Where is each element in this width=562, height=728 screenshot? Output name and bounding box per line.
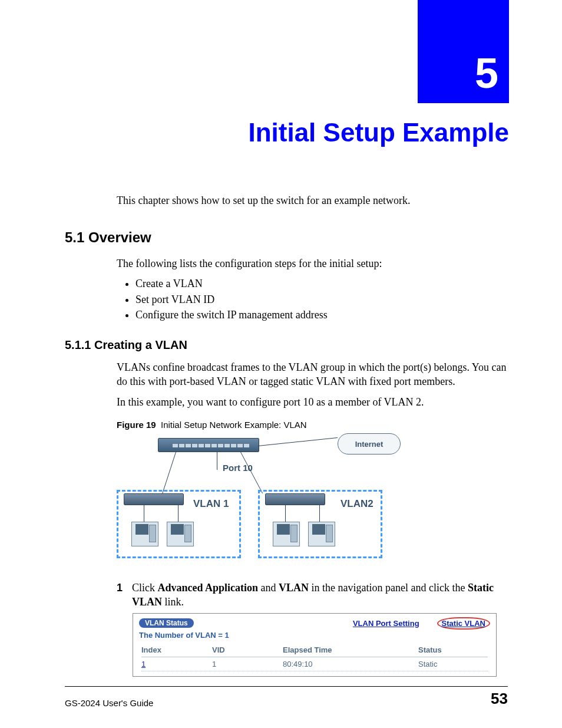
- hub-left-icon: [124, 493, 184, 505]
- step-text: Click Advanced Application and VLAN in t…: [132, 581, 508, 610]
- footer-rule: [65, 686, 508, 687]
- figure-caption: Figure 19 Initial Setup Network Example:…: [117, 420, 508, 430]
- col-index: Index: [141, 645, 212, 654]
- subsection-creating-vlan-heading: 5.1.1 Creating a VLAN: [65, 338, 508, 352]
- cell-elapsed-time: 80:49:10: [283, 660, 418, 668]
- overview-lead: The following lists the configuration st…: [117, 256, 508, 271]
- port-line: [217, 452, 217, 470]
- pc-icon: [131, 522, 158, 546]
- step-text-part: Click: [132, 582, 158, 594]
- network-diagram: Internet Port 10 VLAN 1 VLAN2: [117, 433, 411, 569]
- switch-ports-icon: [173, 444, 249, 449]
- link-line-left: [162, 452, 176, 493]
- page: 5 Initial Setup Example This chapter sho…: [0, 0, 562, 728]
- vlan-panel-links: VLAN Port Setting Static VLAN: [353, 617, 490, 630]
- internet-link-line: [258, 437, 338, 457]
- content-area: This chapter shows how to set up the swi…: [65, 195, 508, 677]
- footer-page-number: 53: [491, 690, 508, 708]
- pc-icon: [308, 522, 335, 546]
- vlan-table: Index VID Elapsed Time Status 1 1 80:49:…: [133, 643, 496, 676]
- overview-bullet: Set port VLAN ID: [135, 292, 508, 307]
- vlan-para1: VLANs confine broadcast frames to the VL…: [117, 360, 508, 389]
- vlan2-label: VLAN2: [340, 498, 373, 510]
- chapter-intro: This chapter shows how to set up the swi…: [117, 195, 508, 207]
- chapter-number-box: 5: [418, 0, 509, 103]
- overview-bullet: Create a VLAN: [135, 276, 508, 291]
- step-bold: Advanced Application: [158, 582, 259, 594]
- hub-right-icon: [265, 493, 325, 505]
- step-number: 1: [117, 581, 132, 610]
- vlan-table-row: 1 1 80:49:10 Static: [141, 657, 488, 671]
- vlan-status-tab: VLAN Status: [139, 618, 194, 628]
- cell-status: Static: [418, 660, 488, 668]
- footer-guide-name: GS-2024 User's Guide: [65, 698, 153, 708]
- vlan-count-label: The Number of VLAN = 1: [133, 631, 496, 643]
- pc-icon: [167, 522, 194, 546]
- cell-vid: 1: [212, 660, 283, 668]
- pc-link-line: [285, 505, 286, 522]
- vlan-para2: In this example, you want to configure p…: [117, 395, 508, 409]
- page-footer: GS-2024 User's Guide 53: [65, 690, 508, 708]
- pc-icon: [273, 522, 300, 546]
- overview-bullet: Configure the switch IP management addre…: [135, 308, 508, 322]
- static-vlan-link-highlighted[interactable]: Static VLAN: [437, 617, 490, 630]
- figure-label: Figure 19: [117, 420, 156, 430]
- step-text-part: in the navigation panel and click the: [309, 582, 468, 594]
- col-elapsed-time: Elapsed Time: [283, 645, 418, 654]
- col-vid: VID: [212, 645, 283, 654]
- vlan-table-header: Index VID Elapsed Time Status: [141, 643, 488, 657]
- link-line-right: [240, 452, 263, 493]
- pc-link-line: [319, 505, 320, 522]
- pc-link-line: [144, 505, 144, 522]
- internet-cloud: Internet: [338, 433, 401, 454]
- vlan-status-panel: VLAN Status VLAN Port Setting Static VLA…: [133, 613, 497, 677]
- step-1: 1 Click Advanced Application and VLAN in…: [117, 581, 508, 610]
- section-overview-heading: 5.1 Overview: [65, 229, 508, 246]
- vlan1-label: VLAN 1: [193, 498, 229, 510]
- vlan-panel-title: VLAN Status: [139, 618, 194, 628]
- chapter-number: 5: [475, 49, 498, 97]
- vlan-panel-header: VLAN Status VLAN Port Setting Static VLA…: [133, 614, 496, 631]
- step-text-part: link.: [162, 596, 184, 608]
- figure-caption-text: Initial Setup Network Example: VLAN: [161, 420, 307, 430]
- section-overview-body: The following lists the configuration st…: [117, 256, 508, 322]
- step-bold: VLAN: [279, 582, 309, 594]
- subsection-body: VLANs confine broadcast frames to the VL…: [117, 360, 508, 409]
- cell-index-link[interactable]: 1: [141, 660, 212, 668]
- pc-link-line: [178, 505, 178, 522]
- col-status: Status: [418, 645, 488, 654]
- step-text-part: and: [258, 582, 279, 594]
- chapter-title: Initial Setup Example: [65, 118, 509, 147]
- overview-bullet-list: Create a VLAN Set port VLAN ID Configure…: [127, 276, 508, 322]
- vlan-port-setting-link[interactable]: VLAN Port Setting: [353, 619, 419, 628]
